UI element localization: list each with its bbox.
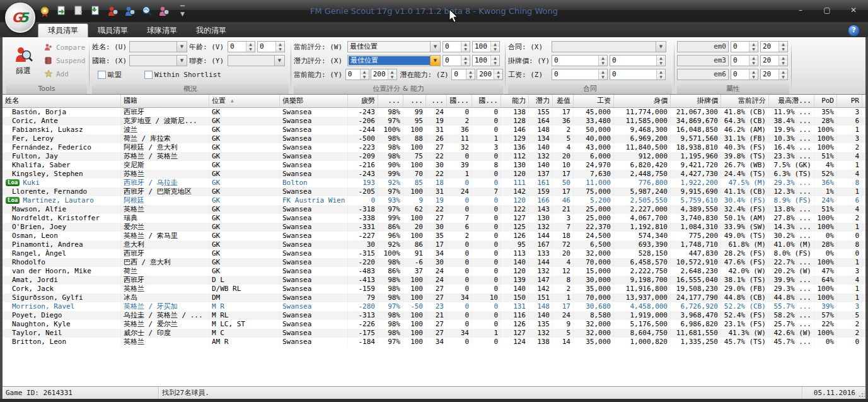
- table-row[interactable]: Llorente, Fernando西班牙 / 巴斯克地区GKSwansea-2…: [3, 187, 865, 196]
- column-header-diff[interactable]: 差值: [553, 95, 574, 107]
- column-header-potential[interactable]: 最高潛...: [769, 95, 814, 107]
- table-row[interactable]: Amat, Jordi西班牙D LSwansea-41398%100240013…: [3, 276, 865, 285]
- potential-ability-min-spinner[interactable]: 0 ▲▼: [451, 69, 475, 80]
- name-filter-combo[interactable]: ▼: [129, 41, 187, 52]
- toolbar-overflow-icon[interactable]: ▔▼: [180, 6, 185, 16]
- chevron-down-icon[interactable]: ▼: [176, 56, 187, 66]
- attribute-max-spinner-1[interactable]: 20 ▲▼: [760, 41, 788, 52]
- column-header-pa[interactable]: 潛力: [529, 95, 553, 107]
- column-header-age[interactable]: ...: [426, 95, 447, 107]
- spinner-arrows-icon[interactable]: ▲▼: [466, 69, 475, 80]
- current-ability-min-spinner[interactable]: 0 ▲▼: [345, 69, 369, 80]
- column-header-pod[interactable]: PoD: [814, 95, 837, 107]
- tab-staff-list[interactable]: 職員清單: [88, 24, 137, 37]
- chevron-down-icon[interactable]: ▼: [656, 42, 666, 52]
- table-row[interactable]: van der Hoorn, Mike荷兰GKSwansea-48386%372…: [3, 267, 865, 276]
- table-row[interactable]: Fabianski, Lukasz波兰GKSwansea-244100%1003…: [3, 126, 865, 134]
- column-header-value[interactable]: 身價: [614, 95, 671, 107]
- attribute-combo-1[interactable]: em0: [677, 41, 729, 52]
- close-button[interactable]: ✕: [845, 4, 862, 16]
- column-header-club[interactable]: 俱樂部: [280, 95, 348, 107]
- maximize-button[interactable]: ▢: [819, 4, 835, 16]
- wage-min-spinner[interactable]: 0 ▲▼: [552, 69, 608, 80]
- attribute-combo-3[interactable]: em6: [677, 69, 729, 80]
- table-row[interactable]: Bastón, Borja西班牙GKSwansea-24398%99240013…: [3, 108, 865, 117]
- chevron-down-icon[interactable]: ▼: [430, 56, 440, 66]
- tab-player-list[interactable]: 球員清單: [38, 23, 88, 37]
- spinner-arrows-icon[interactable]: ▲▼: [778, 42, 787, 52]
- resize-grip[interactable]: [859, 391, 865, 398]
- settings-icon[interactable]: [38, 5, 52, 18]
- age-min-spinner[interactable]: 0 ▲▼: [228, 41, 255, 52]
- spinner-arrows-icon[interactable]: ▲▼: [749, 69, 758, 80]
- current-rating-max-spinner[interactable]: 100 ▲▼: [472, 41, 500, 52]
- age-max-spinner[interactable]: 0 ▲▼: [257, 41, 285, 52]
- add-file-icon[interactable]: [72, 5, 86, 18]
- current-rating-combo[interactable]: 最佳位置 ▼: [347, 41, 441, 52]
- table-row[interactable]: Osman, Leon英格兰 / 索马里GKSwansea-22796%1003…: [3, 232, 865, 240]
- tab-team-list[interactable]: 球隊清單: [137, 24, 187, 37]
- search-players-icon[interactable]: [106, 5, 120, 18]
- attribute-min-spinner-3[interactable]: 0 ▲▼: [731, 69, 758, 80]
- export-file-icon[interactable]: [55, 5, 69, 18]
- spinner-arrows-icon[interactable]: ▲▼: [490, 56, 499, 66]
- chevron-down-icon[interactable]: ▼: [430, 42, 440, 52]
- column-header-ca[interactable]: 能力: [501, 95, 529, 107]
- column-header-nationality[interactable]: 國籍: [121, 95, 209, 107]
- table-row[interactable]: LoaKuki西班牙 / 乌拉圭GKBolton19392%8518001111…: [3, 179, 865, 187]
- attribute-combo-2[interactable]: em3: [677, 55, 729, 66]
- column-header-name[interactable]: 姓名: [3, 95, 121, 107]
- league-filter-combo[interactable]: ▼: [228, 55, 285, 66]
- attribute-max-spinner-2[interactable]: 20 ▲▼: [760, 55, 788, 66]
- wage-max-spinner[interactable]: 0 ▲▼: [610, 69, 666, 80]
- column-header-pr[interactable]: PR: [837, 95, 862, 107]
- table-row[interactable]: Mawson, Alfie英格兰GKSwansea-31897%62220012…: [3, 205, 865, 214]
- import-file-icon[interactable]: [89, 5, 103, 18]
- spinner-arrows-icon[interactable]: ▲▼: [656, 56, 665, 66]
- table-row[interactable]: Fernández, Federico阿根廷 / 意大利GKSwansea-22…: [3, 143, 865, 152]
- tab-my-list[interactable]: 我的清單: [187, 24, 236, 37]
- search-shortlist-icon[interactable]: [157, 5, 171, 18]
- spinner-arrows-icon[interactable]: ▲▼: [598, 56, 607, 66]
- table-row[interactable]: Poyet, Diego乌拉圭 / 英格兰 / ...M RLSwansea-3…: [3, 311, 865, 320]
- spinner-arrows-icon[interactable]: ▲▼: [490, 42, 499, 52]
- table-row[interactable]: LoaMartínez, Lautaro阿根廷GKFK Austria Wien…: [3, 196, 865, 205]
- table-row[interactable]: Taylor, Neil威尔士 / 印度M CSwansea-17598%100…: [3, 329, 865, 338]
- potential-rating-min-spinner[interactable]: 0 ▲▼: [443, 55, 470, 66]
- column-header-goals[interactable]: 國...: [472, 95, 501, 107]
- filter-button[interactable]: 篩選: [6, 40, 40, 81]
- table-row[interactable]: Nordfeldt, Kristoffer瑞典GKSwansea-33899%1…: [3, 214, 865, 223]
- attribute-min-spinner-2[interactable]: 0 ▲▼: [731, 55, 758, 66]
- current-rating-min-spinner[interactable]: 0 ▲▼: [443, 41, 470, 52]
- table-row[interactable]: Rangel, Àngel西班牙GKSwansea-315100%9134001…: [3, 249, 865, 258]
- asking-price-max-spinner[interactable]: 0 ▲▼: [610, 55, 666, 66]
- suspend-button[interactable]: Suspend: [44, 54, 85, 67]
- spinner-arrows-icon[interactable]: ▲▼: [598, 69, 607, 80]
- table-row[interactable]: Britton, Leon英格兰AM RSwansea-18497%100340…: [3, 338, 865, 346]
- table-row[interactable]: Coric, Ante克罗地亚 / 波斯尼...GKSwansea-20697%…: [3, 117, 865, 126]
- column-header-condition[interactable]: ...: [378, 95, 403, 107]
- chevron-down-icon[interactable]: ▼: [274, 56, 284, 66]
- spinner-arrows-icon[interactable]: ▲▼: [360, 69, 369, 80]
- column-header-asking[interactable]: 掛牌價: [671, 95, 721, 107]
- attribute-min-spinner-1[interactable]: 0 ▲▼: [731, 41, 758, 52]
- eu-checkbox[interactable]: [98, 71, 106, 79]
- minimize-button[interactable]: –: [792, 4, 809, 16]
- contract-filter-combo[interactable]: ▼: [552, 41, 666, 52]
- compare-button[interactable]: Compare: [44, 41, 85, 54]
- search-teams-icon[interactable]: [140, 5, 154, 18]
- column-header-position[interactable]: 位置▲: [209, 95, 280, 107]
- help-button[interactable]: ?: [848, 25, 860, 37]
- spinner-arrows-icon[interactable]: ▲▼: [778, 69, 787, 80]
- app-logo-icon[interactable]: G 5: [5, 3, 35, 33]
- spinner-arrows-icon[interactable]: ▲▼: [461, 42, 470, 52]
- table-row[interactable]: Khalifa, Saber突尼斯GKSwansea-21690%1003039…: [3, 161, 865, 170]
- spinner-arrows-icon[interactable]: ▲▼: [749, 42, 758, 52]
- table-row[interactable]: Sigurðsson, Gylfi冰岛DMSwansea7998%1002734…: [3, 293, 865, 302]
- column-header-fatigue[interactable]: 疲勞: [348, 95, 378, 107]
- add-button[interactable]: Add: [44, 68, 85, 80]
- column-header-rating[interactable]: 當前評分: [721, 95, 769, 107]
- table-row[interactable]: Pinamonti, Andrea意大利GKSwansea3092%861700…: [3, 240, 865, 249]
- table-row[interactable]: Rhodolfo巴西 / 意大利GKSwansea-22098%-6300014…: [3, 258, 865, 267]
- spinner-arrows-icon[interactable]: ▲▼: [749, 56, 758, 66]
